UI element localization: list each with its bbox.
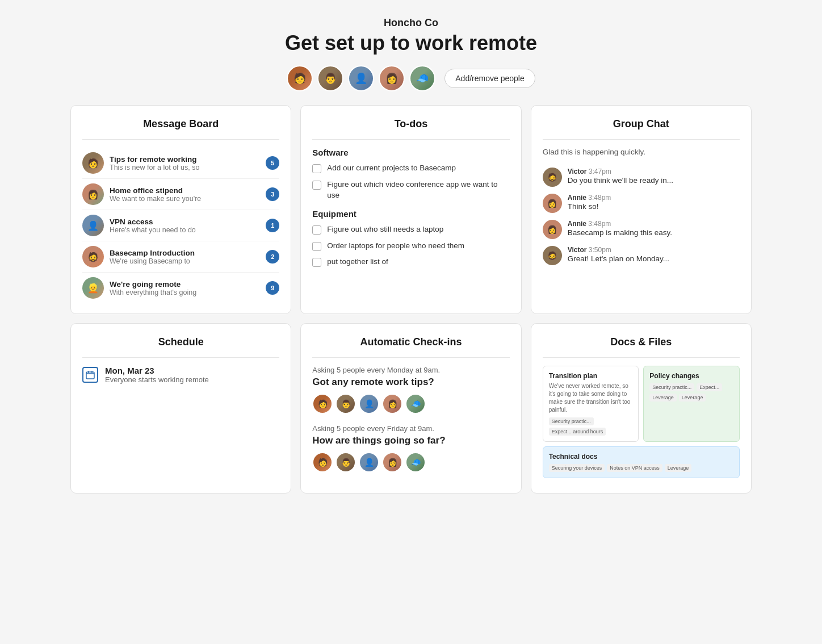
docs-title: Docs & Files (543, 336, 740, 348)
message-title: We're going remote (110, 280, 260, 288)
avatar: 👩 (379, 65, 405, 91)
message-title: Basecamp Introduction (110, 249, 260, 257)
schedule-event: Mon, Mar 23 Everyone starts working remo… (82, 366, 279, 384)
checkin-avatars: 🧑 👨 👤 👩 🧢 (312, 394, 509, 414)
schedule-date: Mon, Mar 23 (105, 366, 209, 375)
avatar: 🧢 (405, 394, 426, 414)
message-preview: With everything that's going (110, 288, 260, 296)
chat-meta: Victor 3:47pm (568, 168, 673, 175)
chat-message: 🧔 Victor 3:50pm Great! Let's plan on Mon… (543, 246, 740, 265)
avatar: 🧑 (312, 452, 333, 472)
doc-attachment: Expect... around hours (549, 428, 606, 436)
schedule-title: Schedule (82, 336, 279, 348)
message-preview: We're using Basecamp to (110, 257, 260, 265)
message-board-card: Message Board 🧑 Tips for remote working … (70, 105, 291, 314)
todo-checkbox[interactable] (312, 242, 321, 251)
todo-checkbox[interactable] (312, 225, 321, 235)
list-item[interactable]: 👩 Home office stipend We want to make su… (82, 179, 279, 210)
doc-attachment: Leverage (679, 394, 706, 402)
todo-section-software: Software (312, 148, 509, 157)
doc-item[interactable]: Technical docs Securing your devices Not… (543, 446, 740, 478)
message-list: 🧑 Tips for remote working This is new fo… (82, 148, 279, 303)
doc-body: We've never worked remote, so it's going… (549, 382, 633, 414)
todo-checkbox[interactable] (312, 258, 321, 267)
unread-badge: 2 (266, 250, 279, 264)
list-item[interactable]: Add our current projects to Basecamp (312, 163, 509, 174)
doc-item[interactable]: Policy changes Security practic... Expec… (643, 366, 740, 442)
avatar: 🧔 (543, 246, 562, 265)
doc-item[interactable]: Transition plan We've never worked remot… (543, 366, 639, 442)
checkin-question: How are things going so far? (312, 435, 509, 446)
todo-checkbox[interactable] (312, 164, 321, 173)
unread-badge: 5 (266, 156, 279, 170)
chat-meta: Victor 3:50pm (568, 246, 669, 254)
people-row: 🧑 👨 👤 👩 🧢 Add/remove people (11, 65, 811, 91)
chat-text: Great! Let's plan on Monday... (568, 254, 669, 263)
list-item[interactable]: 🧑 Tips for remote working This is new fo… (82, 148, 279, 179)
message-preview: We want to make sure you're (110, 195, 260, 203)
checkin-avatars: 🧑 👨 👤 👩 🧢 (312, 452, 509, 472)
list-item[interactable]: Order laptops for people who need them (312, 241, 509, 252)
todo-checkbox[interactable] (312, 181, 321, 190)
checkin-question: Got any remote work tips? (312, 377, 509, 388)
message-content: VPN access Here's what you need to do (110, 218, 260, 234)
list-item[interactable]: Figure out which video conference app we… (312, 179, 509, 201)
doc-attachment: Expect... (697, 383, 722, 391)
message-content: We're going remote With everything that'… (110, 280, 260, 296)
message-title: Tips for remote working (110, 155, 260, 164)
avatar: 🧢 (409, 65, 435, 91)
svg-rect-0 (86, 372, 94, 379)
chat-message: 👩 Annie 3:48pm Basecamp is making this e… (543, 220, 740, 239)
list-item[interactable]: Figure out who still needs a laptop (312, 224, 509, 235)
doc-attachment: Notes on VPN access (607, 464, 662, 472)
avatar: 🧢 (405, 452, 426, 472)
list-item[interactable]: 👱 We're going remote With everything tha… (82, 273, 279, 303)
checkins-card: Automatic Check-ins Asking 5 people ever… (300, 323, 521, 494)
avatar: 🧑 (82, 152, 104, 174)
main-grid: Message Board 🧑 Tips for remote working … (70, 105, 752, 494)
avatar: 👩 (382, 394, 402, 414)
unread-badge: 1 (266, 219, 279, 232)
doc-attachment: Security practic... (649, 383, 694, 391)
doc-attachments: Securing your devices Notes on VPN acces… (549, 464, 733, 472)
todo-text: Figure out who still needs a laptop (327, 224, 443, 235)
unread-badge: 9 (266, 281, 279, 295)
doc-title: Technical docs (549, 453, 733, 461)
doc-attachment: Securing your devices (549, 464, 605, 472)
schedule-description: Everyone starts working remote (105, 375, 209, 384)
todo-text: Add our current projects to Basecamp (327, 163, 456, 174)
avatar: 👤 (348, 65, 374, 91)
avatar: 👤 (359, 394, 379, 414)
add-remove-button[interactable]: Add/remove people (444, 69, 535, 88)
doc-attachment: Leverage (649, 394, 677, 402)
avatar: 👨 (335, 452, 356, 472)
page-header: Honcho Co Get set up to work remote 🧑 👨 … (11, 17, 811, 91)
chat-content: Victor 3:47pm Do you think we'll be read… (568, 168, 673, 185)
checkin-block-2: Asking 5 people every Friday at 9am. How… (312, 424, 509, 472)
todo-text: put together list of (327, 257, 388, 267)
todos-list: Software Add our current projects to Bas… (312, 148, 509, 267)
doc-attachment: Leverage (665, 464, 692, 472)
message-title: Home office stipend (110, 186, 260, 195)
avatar: 👱 (82, 277, 104, 299)
chat-text: Basecamp is making this easy. (568, 228, 672, 237)
message-preview: This is new for a lot of us, so (110, 164, 260, 172)
message-content: Tips for remote working This is new for … (110, 155, 260, 172)
doc-title: Policy changes (649, 372, 733, 380)
avatar: 👩 (543, 220, 562, 239)
docs-grid: Transition plan We've never worked remot… (543, 366, 740, 478)
checkin-block-1: Asking 5 people every Monday at 9am. Got… (312, 366, 509, 414)
chat-content: Annie 3:48pm Think so! (568, 194, 611, 211)
message-board-title: Message Board (82, 118, 279, 130)
chat-message: 👩 Annie 3:48pm Think so! (543, 194, 740, 213)
avatar: 👨 (335, 394, 356, 414)
chat-content: Annie 3:48pm Basecamp is making this eas… (568, 220, 672, 237)
docs-card: Docs & Files Transition plan We've never… (531, 323, 752, 494)
list-item[interactable]: 🧔 Basecamp Introduction We're using Base… (82, 241, 279, 273)
list-item[interactable]: put together list of (312, 257, 509, 267)
avatar: 👨 (317, 65, 343, 91)
avatar: 🧔 (543, 168, 562, 187)
chat-meta: Annie 3:48pm (568, 194, 611, 202)
checkins-title: Automatic Check-ins (312, 336, 509, 348)
list-item[interactable]: 👤 VPN access Here's what you need to do … (82, 210, 279, 241)
